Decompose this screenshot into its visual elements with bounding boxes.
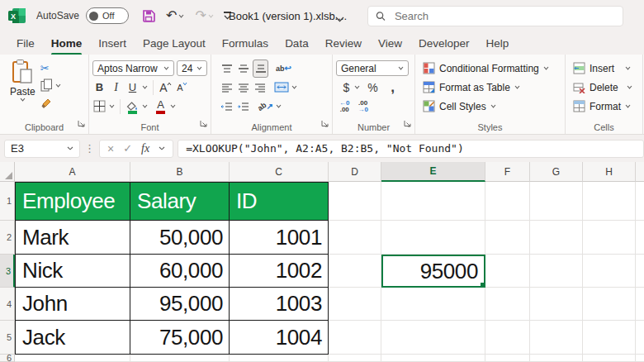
cell-E3-selected[interactable]: 95000: [381, 255, 485, 288]
cell-A1[interactable]: Employee: [15, 182, 130, 221]
cell-H6[interactable]: [583, 355, 636, 362]
excel-app-icon[interactable]: X: [8, 7, 26, 25]
italic-button[interactable]: I: [109, 79, 123, 96]
number-dialog-launcher[interactable]: [404, 116, 411, 131]
cell-F5[interactable]: [485, 321, 530, 355]
chevron-down-icon[interactable]: [170, 104, 176, 108]
cell-A5[interactable]: Jack: [15, 321, 130, 355]
wrap-text-button[interactable]: ab↩: [276, 60, 291, 77]
row-header-3[interactable]: 3: [0, 255, 15, 288]
decrease-font-size-button[interactable]: A: [175, 79, 189, 96]
column-header-H[interactable]: H: [583, 162, 636, 182]
insert-function-button[interactable]: fx: [141, 142, 149, 155]
chevron-down-icon[interactable]: [109, 104, 115, 108]
cut-button[interactable]: ✂: [40, 60, 61, 75]
cell-H5[interactable]: [583, 321, 636, 355]
decrease-indent-button[interactable]: [220, 98, 234, 115]
tab-home[interactable]: Home: [43, 34, 91, 53]
cell-D4[interactable]: [329, 288, 381, 321]
cell-D5[interactable]: [329, 321, 381, 355]
column-header-A[interactable]: A: [15, 162, 130, 182]
save-button[interactable]: [142, 9, 155, 22]
decrease-decimal-button[interactable]: .00 →0: [358, 100, 367, 113]
format-as-table-button[interactable]: Format as Table: [415, 78, 565, 97]
document-title[interactable]: Book1 (version 1).xlsb....: [229, 0, 347, 31]
bold-button[interactable]: B: [92, 79, 107, 96]
cell-C5[interactable]: 1004: [230, 321, 329, 355]
tab-data[interactable]: Data: [277, 34, 317, 53]
cell-G6[interactable]: [530, 355, 583, 362]
search-input[interactable]: [393, 9, 615, 23]
cell-F4[interactable]: [485, 288, 530, 321]
cell-F6[interactable]: [485, 355, 530, 362]
chevron-down-icon[interactable]: [142, 104, 148, 108]
delete-cells-button[interactable]: Delete: [566, 78, 642, 97]
cell-G2[interactable]: [530, 221, 583, 255]
column-header-B[interactable]: B: [130, 162, 230, 182]
select-all-button[interactable]: [0, 162, 15, 182]
paste-button[interactable]: Paste: [10, 59, 36, 110]
clipboard-dialog-launcher[interactable]: [78, 116, 85, 131]
tab-page-layout[interactable]: Page Layout: [135, 34, 214, 53]
row-header-1[interactable]: 1: [0, 182, 15, 221]
increase-decimal-button[interactable]: ←0 .00: [339, 100, 349, 113]
fill-handle[interactable]: [480, 282, 485, 288]
cell-E2[interactable]: [381, 221, 485, 255]
font-color-button[interactable]: A: [154, 98, 168, 115]
chevron-down-icon[interactable]: [291, 85, 297, 89]
align-top-button[interactable]: [220, 60, 234, 77]
cell-A3[interactable]: Nick: [15, 255, 130, 288]
alignment-dialog-launcher[interactable]: [321, 116, 329, 131]
cell-G5[interactable]: [530, 321, 583, 355]
cell-E6[interactable]: [381, 355, 485, 362]
chevron-down-icon[interactable]: [159, 146, 165, 150]
font-size-combo[interactable]: 24: [177, 60, 207, 76]
percent-format-button[interactable]: %: [366, 79, 380, 96]
cell-B1[interactable]: Salary: [130, 182, 230, 221]
cell-C2[interactable]: 1001: [230, 221, 329, 255]
cell-C3[interactable]: 1002: [230, 255, 329, 288]
chevron-down-icon[interactable]: [354, 85, 360, 89]
font-name-combo[interactable]: Aptos Narrow: [92, 60, 174, 76]
align-bottom-button[interactable]: [253, 60, 268, 78]
chevron-down-icon[interactable]: [276, 104, 282, 108]
chevron-down-icon[interactable]: [335, 11, 344, 26]
orientation-button[interactable]: ab↗: [258, 98, 273, 115]
formula-bar-handle-icon[interactable]: ⋮: [84, 142, 95, 155]
redo-button[interactable]: ↷: [195, 9, 213, 22]
column-header-F[interactable]: F: [485, 162, 530, 182]
cell-F2[interactable]: [485, 221, 530, 255]
undo-button[interactable]: ↶: [166, 9, 184, 22]
cell-G1[interactable]: [530, 182, 583, 221]
cell-D1[interactable]: [329, 182, 381, 221]
cell-C1[interactable]: ID: [230, 182, 329, 221]
cell-A4[interactable]: John: [15, 288, 130, 321]
cell-H2[interactable]: [583, 221, 636, 255]
cell-E5[interactable]: [381, 321, 485, 355]
align-middle-button[interactable]: [236, 60, 250, 77]
cell-D3[interactable]: [329, 255, 381, 288]
tab-view[interactable]: View: [370, 34, 410, 53]
cell-A2[interactable]: Mark: [15, 221, 130, 255]
cell-B6[interactable]: [130, 355, 230, 362]
cell-D2[interactable]: [329, 221, 381, 255]
cell-B3[interactable]: 60,000: [130, 255, 230, 288]
tab-help[interactable]: Help: [478, 34, 518, 53]
cell-F1[interactable]: [485, 182, 530, 221]
enter-button[interactable]: ✓: [123, 142, 132, 155]
number-format-combo[interactable]: General: [336, 60, 409, 76]
cell-styles-button[interactable]: Cell Styles: [415, 97, 565, 116]
fill-color-button[interactable]: [125, 98, 140, 115]
cell-F3[interactable]: [485, 255, 530, 288]
tab-review[interactable]: Review: [317, 34, 370, 53]
cell-A6[interactable]: [15, 355, 130, 362]
row-header-5[interactable]: 5: [0, 321, 15, 355]
column-header-G[interactable]: G: [530, 162, 583, 182]
merge-center-button[interactable]: [274, 79, 289, 96]
cell-E4[interactable]: [381, 288, 485, 321]
cell-B4[interactable]: 95,000: [130, 288, 230, 321]
cell-B5[interactable]: 75,000: [130, 321, 230, 355]
cell-H1[interactable]: [583, 182, 636, 221]
align-center-button[interactable]: [236, 79, 250, 96]
cell-G4[interactable]: [530, 288, 583, 321]
